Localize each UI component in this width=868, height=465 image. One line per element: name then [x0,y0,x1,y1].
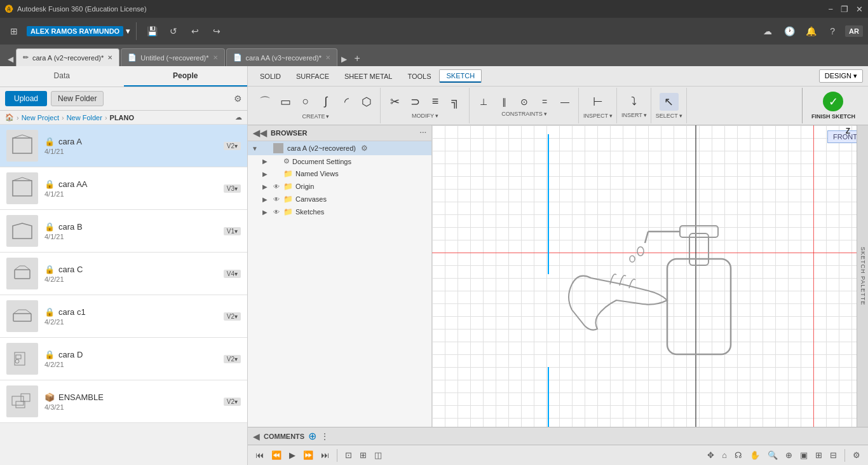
playback-next-icon[interactable]: ⏩ [301,449,316,461]
breadcrumb-new-project[interactable]: New Project [22,114,59,121]
restore-button[interactable]: ❐ [841,4,848,14]
arc-tool[interactable]: ◜ [337,93,356,111]
constraint-tool-5[interactable]: — [555,95,574,109]
pan-icon[interactable]: ✋ [747,449,763,461]
mode-sketch[interactable]: SKETCH [439,69,482,83]
tab-people[interactable]: People [124,66,248,87]
browser-named-views-expand[interactable]: ▶ [261,170,269,177]
fillet-tool[interactable]: ╗ [446,93,465,110]
panel-settings-icon[interactable]: ⚙ [234,94,242,104]
refresh-icon[interactable]: ↺ [165,22,182,40]
select-tool[interactable]: ↖ [660,93,679,111]
close-button[interactable]: ✕ [856,4,863,14]
mode-sheet-metal[interactable]: SHEET METAL [337,70,399,83]
home-view-icon[interactable]: ⌂ [719,449,729,461]
breadcrumb-home[interactable]: 🏠 [5,113,14,121]
tab-cara-aa-close[interactable]: ✕ [325,54,330,61]
frame-fill-icon[interactable]: ⊞ [357,449,369,461]
zoom-icon[interactable]: 🔍 [765,449,780,461]
breadcrumb-new-folder[interactable]: New Folder [67,114,102,121]
comments-drag-icon[interactable]: ⋮ [320,431,329,441]
rectangle-tool[interactable]: ▭ [276,93,295,111]
mode-surface[interactable]: SURFACE [289,70,336,83]
playback-end-icon[interactable]: ⏭ [318,449,332,461]
file-version-cara-c1[interactable]: V2▾ [224,312,241,321]
constraint-tool-4[interactable]: = [535,95,554,109]
browser-collapse-icon[interactable]: ◀◀ [253,128,267,138]
browser-doc-expand[interactable]: ▼ [250,145,259,152]
bell-icon[interactable]: 🔔 [802,22,820,40]
extend-tool[interactable]: ⊃ [405,93,424,111]
comments-add-icon[interactable]: ⊕ [308,430,316,442]
clock-icon[interactable]: 🕐 [780,22,798,40]
file-item-cara-aa[interactable]: 🔒 cara AA 4/1/21 V3▾ [0,167,247,210]
save-icon[interactable]: 💾 [143,22,161,40]
orbit-icon[interactable]: ☊ [732,449,745,461]
select-label[interactable]: SELECT ▾ [656,113,682,119]
display-icon[interactable]: ▣ [797,449,810,461]
file-version-cara-b[interactable]: V1▾ [224,227,241,235]
zoom-fit-icon[interactable]: ⊕ [783,449,795,461]
minimize-button[interactable]: − [828,4,833,14]
redo-icon[interactable]: ↪ [208,22,226,40]
modify-label[interactable]: MODIFY ▾ [412,113,438,119]
browser-sketches-expand[interactable]: ▶ [261,209,269,216]
line-tool[interactable]: ⌒ [255,92,275,111]
cloud-icon[interactable]: ☁ [759,22,776,40]
more-icon[interactable]: ⊟ [827,449,839,461]
tab-cara-aa[interactable]: 📄 cara AA (v3~recovered)* ✕ [226,48,338,66]
user-profile[interactable]: ALEX RAMOS RAYMUNDO ▾ [27,26,130,36]
file-item-cara-c1[interactable]: 🔒 cara c1 4/2/21 V2▾ [0,295,247,338]
upload-button[interactable]: Upload [5,91,47,106]
tab-data[interactable]: Data [0,66,124,87]
playback-prev-icon[interactable]: ⏪ [269,449,284,461]
apps-grid-icon[interactable]: ⊞ [5,22,23,40]
sketch-palette-panel[interactable]: SKETCH PALETTE [857,125,868,427]
constraint-tool-3[interactable]: ⊙ [515,95,534,109]
file-item-cara-a[interactable]: 🔒 cara A 4/1/21 V2▾ [0,125,247,167]
offset-tool[interactable]: ≡ [426,93,445,110]
file-item-ensamble[interactable]: 📦 ENSAMBLE 4/3/21 V2▾ [0,380,247,423]
browser-doc-settings-icon[interactable]: ⚙ [361,144,368,153]
constraints-label[interactable]: CONSTRAINTS ▾ [501,111,547,117]
file-item-cara-b[interactable]: 🔒 cara B 4/1/21 V1▾ [0,210,247,253]
playback-start-icon[interactable]: ⏮ [253,449,266,461]
create-label[interactable]: CREATE ▾ [302,113,330,120]
insert-tool[interactable]: ⤵ [625,93,644,110]
tab-untitled[interactable]: 📄 Untitled (~recovered)* ✕ [121,48,224,66]
polygon-tool[interactable]: ⬡ [357,93,376,111]
mode-tools[interactable]: TOOLS [400,70,438,83]
browser-sketches[interactable]: ▶ 👁 📁 Sketches [248,205,431,218]
browser-named-views[interactable]: ▶ 📁 Named Views [248,167,431,180]
file-version-ensamble[interactable]: V2▾ [224,398,241,406]
design-dropdown[interactable]: DESIGN ▾ [819,69,863,83]
finish-sketch-button[interactable]: ✓ FINISH SKETCH [802,88,864,123]
browser-doc-root[interactable]: ▼ cara A (v2~recovered) ⚙ [248,141,431,155]
tab-cara-a-close[interactable]: ✕ [107,54,112,61]
file-item-cara-d[interactable]: 🔒 cara D 4/2/21 V2▾ [0,338,247,380]
frame-icon[interactable]: ⊡ [342,449,355,461]
browser-canvases[interactable]: ▶ 👁 📁 Canvases [248,193,431,205]
measure-tool[interactable]: ⊢ [588,93,607,111]
browser-canvases-expand[interactable]: ▶ [261,196,269,203]
browser-sketches-vis-icon[interactable]: 👁 [272,209,281,216]
tab-untitled-close[interactable]: ✕ [213,54,218,61]
file-version-cara-d[interactable]: V2▾ [224,355,241,363]
user-dropdown-icon[interactable]: ▾ [126,27,130,36]
file-version-cara-a[interactable]: V2▾ [224,142,241,150]
tab-cara-a[interactable]: ✏ cara A (v2~recovered)* ✕ [16,48,119,66]
browser-doc-settings-expand[interactable]: ▶ [261,158,269,165]
browser-origin-vis-icon[interactable]: 👁 [272,183,281,190]
circle-tool[interactable]: ○ [296,93,315,110]
inspect-label[interactable]: INSPECT ▾ [583,113,613,119]
tab-add-button[interactable]: + [349,51,365,66]
tab-nav-right[interactable]: ▶ [339,52,349,66]
help-icon[interactable]: ? [824,22,841,40]
insert-label[interactable]: INSERT ▾ [621,112,647,118]
mode-solid[interactable]: SOLID [253,70,288,83]
comments-collapse-icon[interactable]: ◀ [253,431,260,441]
constraint-tool-1[interactable]: ⊥ [474,95,493,109]
tab-nav-left[interactable]: ◀ [5,52,16,66]
breadcrumb-cloud-icon[interactable]: ☁ [235,113,242,121]
browser-options-icon[interactable]: ⋯ [419,129,426,137]
